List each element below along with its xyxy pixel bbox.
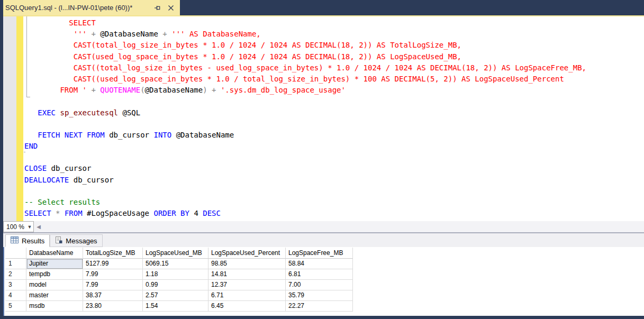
grid-cell[interactable]: 7.00 <box>286 280 353 290</box>
document-tab-bar: SQLQuery1.sql - (l...IN-PW-01\pete (60))… <box>0 0 644 15</box>
editor-selection-margin <box>3 16 16 221</box>
grid-cell[interactable]: 1.54 <box>143 301 208 312</box>
code-line: ''' + @DatabaseName + ''' AS DatabaseNam… <box>24 29 586 40</box>
grid-corner-cell[interactable] <box>5 248 26 259</box>
grid-cell[interactable]: 1.18 <box>143 269 208 280</box>
column-header-LogSpaceUsed_MB[interactable]: LogSpaceUsed_MB <box>143 248 208 259</box>
code-line: SELECT * FROM #LogSpaceUsage ORDER BY 4 … <box>24 208 586 219</box>
grid-cell[interactable]: 22.27 <box>286 301 353 312</box>
grid-cell[interactable]: 6.81 <box>286 269 353 280</box>
grid-cell[interactable]: msdb <box>26 301 83 312</box>
sql-editor[interactable]: SELECT ''' + @DatabaseName + ''' AS Data… <box>0 16 644 221</box>
code-line: -- Select results <box>24 197 586 208</box>
document-tab[interactable]: SQLQuery1.sql - (l...IN-PW-01\pete (60))… <box>0 0 180 15</box>
grid-cell[interactable]: Jupiter <box>26 259 83 269</box>
code-line: SELECT <box>24 17 586 29</box>
grid-cell[interactable]: 7.99 <box>83 269 143 280</box>
grid-cell[interactable]: model <box>26 280 83 290</box>
code-line: CAST((used_log_space_in_bytes * 1.0 / to… <box>24 74 586 85</box>
code-line: DEALLOCATE db_cursor <box>24 175 586 186</box>
grid-cell[interactable]: 98.85 <box>208 259 286 269</box>
chevron-down-icon[interactable]: ▼ <box>26 224 33 230</box>
grid-cell[interactable]: 23.80 <box>83 301 143 312</box>
grid-cell[interactable]: tempdb <box>26 269 83 280</box>
table-row: 2tempdb7.991.1814.816.81 <box>5 269 353 280</box>
scroll-left-arrow-icon[interactable]: ◀ <box>34 221 43 232</box>
document-tab-title: SQLQuery1.sql - (l...IN-PW-01\pete (60))… <box>5 4 148 12</box>
results-grid: DatabaseNameTotalLogSize_MBLogSpaceUsed_… <box>5 248 353 312</box>
code-lines: SELECT ''' + @DatabaseName + ''' AS Data… <box>24 17 586 219</box>
row-number-4[interactable]: 4 <box>5 290 26 301</box>
grid-cell[interactable]: 5127.99 <box>83 259 143 269</box>
results-grid-icon <box>11 236 19 245</box>
code-line: EXEC sp_executesql @SQL <box>24 107 586 119</box>
code-line: FETCH NEXT FROM db_cursor INTO @Database… <box>24 130 586 141</box>
grid-cell[interactable]: 6.45 <box>208 301 286 312</box>
results-pane-tab-messages[interactable]: Messages <box>50 234 102 247</box>
editor-bottom-bar: 100 % ▼ ◀ <box>3 221 644 232</box>
grid-cell[interactable]: 0.99 <box>143 280 208 290</box>
code-text-area[interactable]: SELECT ''' + @DatabaseName + ''' AS Data… <box>24 16 644 221</box>
results-pane-tab-label: Messages <box>66 237 97 245</box>
change-tracking-bar <box>16 16 23 221</box>
window-left-border <box>0 0 3 319</box>
results-pane-tab-results[interactable]: Results <box>5 234 50 247</box>
row-number-1[interactable]: 1 <box>5 259 26 269</box>
grid-cell[interactable]: 7.99 <box>83 280 143 290</box>
grid-cell[interactable]: 2.57 <box>143 290 208 301</box>
grid-cell[interactable]: 5069.15 <box>143 259 208 269</box>
grid-cell[interactable]: 12.37 <box>208 280 286 290</box>
grid-cell[interactable]: 6.71 <box>208 290 286 301</box>
row-number-5[interactable]: 5 <box>5 301 26 312</box>
ssms-window: SQLQuery1.sql - (l...IN-PW-01\pete (60))… <box>0 0 644 319</box>
close-icon[interactable] <box>167 4 175 12</box>
results-tab-strip: ResultsMessages <box>3 233 644 247</box>
code-line: CAST(total_log_size_in_bytes * 1.0 / 102… <box>24 40 586 51</box>
horizontal-scrollbar[interactable] <box>43 221 644 232</box>
row-number-2[interactable]: 2 <box>5 269 26 280</box>
window-bottom-border <box>0 316 644 319</box>
table-row: 3model7.990.9912.377.00 <box>5 280 353 290</box>
code-line: FROM ' + QUOTENAME(@DatabaseName) + '.sy… <box>24 85 586 96</box>
code-line: CAST(used_log_space_in_bytes * 1.0 / 102… <box>24 51 586 62</box>
table-row: 5msdb23.801.546.4522.27 <box>5 301 353 312</box>
grid-cell[interactable]: 14.81 <box>208 269 286 280</box>
code-line <box>24 119 586 130</box>
grid-cell[interactable]: 38.37 <box>83 290 143 301</box>
code-line <box>24 152 586 163</box>
row-number-3[interactable]: 3 <box>5 280 26 290</box>
code-line <box>24 186 586 197</box>
code-line: CAST((total_log_size_in_bytes - used_log… <box>24 62 586 74</box>
zoom-value: 100 % <box>4 223 26 231</box>
pin-icon[interactable] <box>153 4 161 12</box>
results-pane-tab-label: Results <box>22 237 44 245</box>
table-row: 1Jupiter5127.995069.1598.8558.84 <box>5 259 353 269</box>
code-line: CLOSE db_cursor <box>24 163 586 174</box>
grid-cell[interactable]: 35.79 <box>286 290 353 301</box>
results-pane: DatabaseNameTotalLogSize_MBLogSpaceUsed_… <box>3 247 644 316</box>
grid-cell[interactable]: 58.84 <box>286 259 353 269</box>
column-header-LogSpaceFree_MB[interactable]: LogSpaceFree_MB <box>286 248 353 259</box>
grid-cell[interactable]: master <box>26 290 83 301</box>
table-row: 4master38.372.576.7135.79 <box>5 290 353 301</box>
column-header-TotalLogSize_MB[interactable]: TotalLogSize_MB <box>83 248 143 259</box>
code-line <box>24 96 586 107</box>
code-line: END <box>24 141 586 152</box>
column-header-LogSpaceUsed_Percent[interactable]: LogSpaceUsed_Percent <box>208 248 286 259</box>
messages-doc-icon <box>55 236 62 245</box>
zoom-dropdown[interactable]: 100 % ▼ <box>3 221 34 232</box>
grid-header-row: DatabaseNameTotalLogSize_MBLogSpaceUsed_… <box>5 248 353 259</box>
column-header-DatabaseName[interactable]: DatabaseName <box>26 248 83 259</box>
